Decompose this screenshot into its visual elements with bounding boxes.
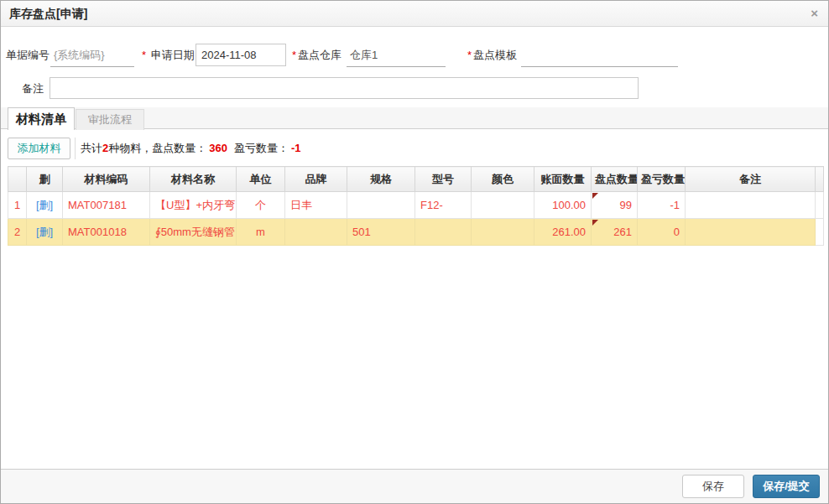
col-remark: 备注 — [686, 167, 816, 192]
edited-marker — [592, 193, 598, 199]
cell-brand — [285, 219, 347, 246]
cell-color — [472, 219, 534, 246]
required-star: * — [467, 49, 472, 61]
col-count-qty: 盘点数量 — [592, 167, 638, 192]
cell-unit: m — [237, 219, 285, 246]
cell-book-qty: 100.00 — [534, 192, 592, 219]
delete-row-link[interactable]: [删] — [27, 219, 63, 246]
cell-model: F12- — [415, 192, 472, 219]
dialog-footer: 保存 保存/提交 — [1, 469, 828, 503]
cell-spec — [347, 192, 415, 219]
inventory-count-dialog: 库存盘点[申请] × 单据编号 {系统编码} * 申请日期 *盘点仓库 仓库1 … — [0, 0, 829, 504]
cell-scroll-strip — [816, 219, 824, 246]
cell-material-name: 【U型】+内牙弯 — [150, 192, 237, 219]
col-book-qty: 账面数量 — [534, 167, 592, 192]
cell-material-code: MAT007181 — [63, 192, 150, 219]
col-brand: 品牌 — [285, 167, 347, 192]
doc-no-label: 单据编号 — [6, 44, 50, 67]
col-unit: 单位 — [237, 167, 285, 192]
summary-total: 360 — [209, 142, 227, 154]
toolbar-divider — [75, 138, 76, 159]
cell-rownum: 2 — [8, 219, 27, 246]
table-header-row: 删 材料编码 材料名称 单位 品牌 规格 型号 颜色 账面数量 盘点数量 盈亏数… — [8, 167, 824, 192]
cell-scroll-strip — [816, 192, 824, 219]
apply-date-input[interactable] — [196, 44, 286, 66]
cell-count-qty[interactable]: 99 — [592, 192, 638, 219]
apply-date-label: * 申请日期 — [142, 44, 195, 67]
tab-approval-flow[interactable]: 审批流程 — [76, 109, 144, 130]
summary-mid1: 种物料，盘点数量： — [108, 142, 206, 154]
tab-material-list[interactable]: 材料清单 — [8, 107, 75, 130]
col-material-name: 材料名称 — [150, 167, 237, 192]
table-row[interactable]: 1 [删] MAT007181 【U型】+内牙弯 个 日丰 F12- 100.0… — [8, 192, 824, 219]
warehouse-field[interactable]: 仓库1 — [347, 44, 446, 67]
delete-row-link[interactable]: [删] — [27, 192, 63, 219]
cell-rownum: 1 — [8, 192, 27, 219]
cell-count-qty[interactable]: 261 — [592, 219, 638, 246]
cell-diff-qty: -1 — [638, 192, 686, 219]
col-color: 颜色 — [472, 167, 534, 192]
col-rownum — [8, 167, 27, 192]
materials-table: 删 材料编码 材料名称 单位 品牌 规格 型号 颜色 账面数量 盘点数量 盈亏数… — [8, 166, 824, 246]
edited-marker — [592, 220, 598, 226]
summary-prefix: 共计 — [81, 142, 102, 154]
dialog-titlebar: 库存盘点[申请] × — [1, 1, 828, 27]
save-button[interactable]: 保存 — [682, 475, 744, 498]
summary-mid2: 盈亏数量： — [234, 142, 289, 154]
template-field[interactable] — [521, 44, 678, 67]
cell-book-qty: 261.00 — [534, 219, 592, 246]
dialog-title: 库存盘点[申请] — [9, 1, 87, 26]
cell-model — [415, 219, 472, 246]
required-star: * — [142, 49, 146, 61]
cell-material-name: ∮50mm无缝钢管 — [150, 219, 237, 246]
cell-remark[interactable] — [686, 219, 816, 246]
cell-spec: 501 — [347, 219, 415, 246]
cell-remark[interactable] — [686, 192, 816, 219]
col-scroll-strip — [816, 167, 824, 192]
summary-text: 共计2种物料，盘点数量：360盈亏数量：-1 — [81, 138, 301, 159]
summary-diff: -1 — [291, 142, 301, 154]
add-material-button[interactable]: 添加材料 — [8, 138, 70, 159]
doc-no-field[interactable]: {系统编码} — [50, 44, 134, 67]
col-model: 型号 — [415, 167, 472, 192]
cell-material-code: MAT001018 — [63, 219, 150, 246]
close-icon[interactable]: × — [811, 1, 818, 26]
col-delete: 删 — [27, 167, 63, 192]
cell-unit: 个 — [237, 192, 285, 219]
col-material-code: 材料编码 — [63, 167, 150, 192]
col-spec: 规格 — [347, 167, 415, 192]
required-star: * — [292, 49, 296, 61]
cell-diff-qty: 0 — [638, 219, 686, 246]
cell-color — [472, 192, 534, 219]
cell-brand: 日丰 — [285, 192, 347, 219]
template-label: *盘点模板 — [467, 44, 517, 67]
col-diff-qty: 盈亏数量 — [638, 167, 686, 192]
warehouse-label: *盘点仓库 — [292, 44, 342, 67]
table-row-selected[interactable]: 2 [删] MAT001018 ∮50mm无缝钢管 m 501 261.00 2… — [8, 219, 824, 246]
save-submit-button[interactable]: 保存/提交 — [753, 475, 820, 498]
remark-label: 备注 — [22, 78, 44, 99]
remark-input[interactable] — [50, 77, 639, 99]
